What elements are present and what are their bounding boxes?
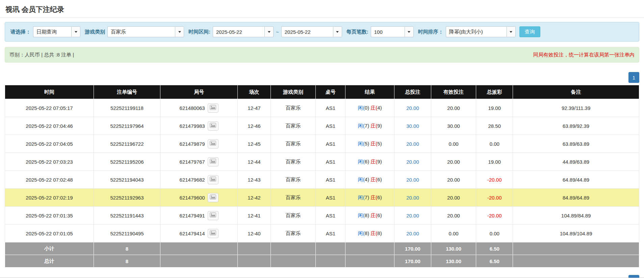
cell-session: 12-44 <box>238 153 271 171</box>
cell-total-bet: 20.00 <box>394 171 431 189</box>
total-total-bet: 170.00 <box>394 255 431 268</box>
cell-total-bet: 20.00 <box>394 153 431 171</box>
subtotal-count: 8 <box>94 242 160 255</box>
cell-result: 闲(7) 庄(6) <box>345 189 394 207</box>
cell-remark: 84.89/64.89 <box>513 189 639 207</box>
subtotal-valid-bet: 130.00 <box>431 242 476 255</box>
total-bet-link[interactable]: 20.00 <box>406 141 419 147</box>
view-round-video-button[interactable] <box>208 211 218 220</box>
total-empty-cell <box>345 255 394 268</box>
subtotal-empty-cell <box>513 242 639 255</box>
date-to-dropdown-button[interactable] <box>333 26 342 37</box>
query-type-input[interactable] <box>33 26 71 37</box>
cell-game-type: 百家乐 <box>271 99 315 117</box>
total-bet-link[interactable]: 20.00 <box>406 195 419 201</box>
view-round-video-button[interactable] <box>208 157 218 166</box>
content: 请选择： 游戏类别 时间区间: ~ 每页笔数: 时间排序： <box>0 22 644 278</box>
cell-bet-id: 522521191443 <box>94 207 160 225</box>
cell-valid-bet: 0.00 <box>431 225 476 242</box>
cell-table-no: AS1 <box>316 135 345 153</box>
cell-time: 2025-05-22 07:05:17 <box>5 99 94 117</box>
cell-bet-id: 522521195206 <box>94 153 160 171</box>
cell-round-id: 621479491 <box>160 207 238 225</box>
cell-valid-bet: 30.00 <box>431 117 476 135</box>
bet-records-table: 时间注单编号局号场次游戏类别桌号结果总投注有效投注总派彩备注 2025-05-2… <box>5 85 639 268</box>
date-from-input[interactable] <box>213 26 264 37</box>
query-type-combobox <box>33 26 80 37</box>
total-bet-link[interactable]: 20.00 <box>406 159 419 165</box>
game-type-dropdown-button[interactable] <box>175 26 184 37</box>
total-bet-link[interactable]: 20.00 <box>406 177 419 183</box>
round-id-text: 621479983 <box>180 123 205 129</box>
result-player: 闲(7) <box>358 194 369 201</box>
cell-round-id: 621479983 <box>160 117 238 135</box>
video-preview-icon <box>210 105 216 111</box>
cell-remark: 63.89/92.39 <box>513 117 639 135</box>
view-round-video-button[interactable] <box>208 139 218 148</box>
table-row: 2025-05-22 07:04:46 522521197964 6214799… <box>5 117 639 135</box>
cell-valid-bet: 0.00 <box>431 135 476 153</box>
column-header-10: 备注 <box>513 85 639 99</box>
view-round-video-button[interactable] <box>208 175 218 184</box>
chevron-down-icon <box>510 31 512 33</box>
total-empty-cell <box>316 255 345 268</box>
summary-bar: 币别：人民币 | 总共 :8 注单 | 同局有效投注，统一计算在该局第一张注单内 <box>5 47 639 63</box>
date-to-input[interactable] <box>281 26 333 37</box>
cell-bet-id: 522521192963 <box>94 189 160 207</box>
cell-session: 12-46 <box>238 117 271 135</box>
total-bet-link[interactable]: 20.00 <box>406 105 419 111</box>
table-row: 2025-05-22 07:05:17 522521199118 6214800… <box>5 99 639 117</box>
page-size-input[interactable] <box>371 26 405 37</box>
pagination-top: 1 <box>5 72 639 83</box>
date-from-dropdown-button[interactable] <box>264 26 274 37</box>
result-player: 闲(6) <box>358 159 369 165</box>
page-button-1[interactable]: 1 <box>628 72 639 83</box>
result-player: 闲(8) <box>358 230 369 237</box>
total-bet-link[interactable]: 20.00 <box>406 231 419 236</box>
query-type-dropdown-button[interactable] <box>71 26 80 37</box>
result-player: 闲(8) <box>358 212 369 219</box>
cell-table-no: AS1 <box>316 189 345 207</box>
sort-order-input[interactable] <box>446 26 507 37</box>
view-round-video-button[interactable] <box>208 121 218 131</box>
table-body: 2025-05-22 07:05:17 522521199118 6214800… <box>5 99 639 242</box>
cell-game-type: 百家乐 <box>271 189 315 207</box>
cell-bet-id: 522521199118 <box>94 99 160 117</box>
column-header-9: 总派彩 <box>476 85 513 99</box>
view-round-video-button[interactable] <box>208 103 218 113</box>
round-id-text: 621479600 <box>180 195 205 201</box>
total-bet-link[interactable]: 30.00 <box>406 123 419 129</box>
cell-result: 闲(0) 庄(4) <box>345 99 394 117</box>
result-banker: 庄(9) <box>370 123 382 129</box>
result-player: 闲(4) <box>358 177 369 183</box>
sort-order-dropdown-button[interactable] <box>507 26 516 37</box>
result-player: 闲(7) <box>358 123 369 129</box>
result-banker: 庄(6) <box>370 212 382 219</box>
page-size-dropdown-button[interactable] <box>405 26 414 37</box>
cell-round-id: 621479767 <box>160 153 238 171</box>
cell-session: 12-45 <box>238 135 271 153</box>
cell-remark: 44.89/63.89 <box>513 153 639 171</box>
cell-valid-bet: 20.00 <box>431 189 476 207</box>
result-banker: 庄(5) <box>370 141 382 147</box>
view-round-video-button[interactable] <box>208 229 218 238</box>
sort-order-label: 时间排序： <box>418 29 443 35</box>
subtotal-empty-cell <box>316 242 345 255</box>
view-round-video-button[interactable] <box>208 193 218 202</box>
total-bet-link[interactable]: 20.00 <box>406 213 419 218</box>
video-preview-icon <box>210 177 216 183</box>
cell-payout: 0.00 <box>476 225 513 242</box>
subtotal-empty-cell <box>345 242 394 255</box>
table-row: 2025-05-22 07:02:48 522521194043 6214796… <box>5 171 639 189</box>
search-button[interactable]: 查询 <box>519 26 540 37</box>
video-preview-icon <box>210 230 216 236</box>
cell-time: 2025-05-22 07:02:19 <box>5 189 94 207</box>
video-preview-icon <box>210 123 216 129</box>
cell-valid-bet: 20.00 <box>431 99 476 117</box>
table-row: 2025-05-22 07:04:05 522521196722 6214798… <box>5 135 639 153</box>
result-player: 闲(0) <box>358 105 369 111</box>
column-header-8: 有效投注 <box>431 85 476 99</box>
cell-valid-bet: 20.00 <box>431 153 476 171</box>
table-footer: 小计 8 170.00 130.00 6.50 总计 8 170.00 130.… <box>5 242 639 268</box>
game-type-input[interactable] <box>107 26 175 37</box>
